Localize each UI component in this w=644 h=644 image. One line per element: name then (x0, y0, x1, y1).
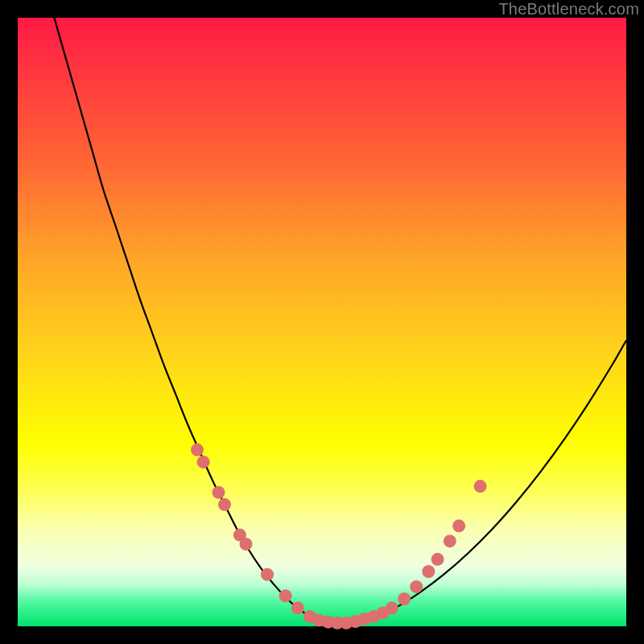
curve-marker (431, 553, 444, 566)
curve-marker (422, 565, 435, 578)
curve-marker (452, 519, 465, 532)
curve-marker (444, 535, 456, 547)
curve-marker (386, 601, 398, 614)
attribution-watermark: TheBottleneck.com (498, 0, 639, 19)
curve-marker (191, 444, 204, 456)
curve-marker (291, 601, 304, 614)
curve-marker (218, 498, 231, 511)
curve-marker (279, 589, 292, 602)
curve-marker (213, 486, 225, 499)
curve-marker (474, 480, 487, 493)
curve-marker (197, 456, 210, 469)
curve-marker (240, 538, 253, 551)
chart-svg (18, 18, 626, 626)
curve-marker (410, 580, 423, 593)
curve-marker (261, 568, 274, 581)
bottleneck-curve (54, 18, 626, 623)
curve-marker (398, 592, 411, 605)
curve-markers (191, 444, 487, 630)
